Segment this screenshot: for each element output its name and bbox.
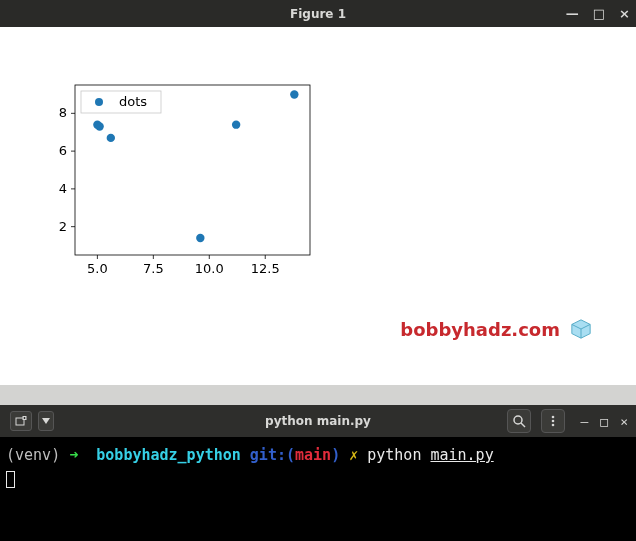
terminal-maximize-icon[interactable]: □	[600, 414, 608, 429]
menu-button[interactable]	[541, 409, 565, 433]
search-button[interactable]	[507, 409, 531, 433]
y-tick-label: 4	[59, 181, 67, 196]
x-tick-label: 12.5	[251, 261, 280, 276]
prompt-git-close: )	[331, 446, 340, 464]
y-ticks: 2468	[59, 105, 75, 233]
terminal-right-controls: — □ ×	[507, 405, 628, 437]
x-ticks: 5.07.510.012.5	[87, 255, 280, 276]
figure-titlebar: Figure 1 — □ ×	[0, 0, 636, 27]
svg-line-8	[521, 423, 525, 427]
x-tick-label: 7.5	[143, 261, 164, 276]
svg-point-10	[551, 420, 554, 423]
minimize-icon[interactable]: —	[566, 7, 579, 20]
scatter-plot: 5.07.510.012.5 2468 dots	[55, 80, 315, 275]
legend: dots	[81, 91, 161, 113]
brand-logo-icon	[570, 318, 592, 340]
figure-title: Figure 1	[0, 7, 636, 21]
legend-label: dots	[119, 94, 147, 109]
y-tick-label: 8	[59, 105, 67, 120]
data-point	[95, 122, 103, 130]
close-icon[interactable]: ×	[619, 7, 630, 20]
prompt-dirty-icon: ✗	[349, 446, 358, 464]
x-tick-label: 5.0	[87, 261, 108, 276]
x-tick-label: 10.0	[195, 261, 224, 276]
terminal-minimize-icon[interactable]: —	[581, 414, 589, 429]
brand: bobbyhadz.com	[400, 318, 592, 340]
y-tick-label: 2	[59, 219, 67, 234]
prompt-env: (venv)	[6, 446, 60, 464]
plot-svg: 5.07.510.012.5 2468 dots	[55, 80, 315, 275]
svg-point-9	[551, 416, 554, 419]
prompt-dir: bobbyhadz_python	[96, 446, 241, 464]
divider-strip	[0, 385, 636, 405]
data-point	[290, 90, 298, 98]
maximize-icon[interactable]: □	[593, 7, 605, 20]
svg-point-7	[514, 416, 522, 424]
svg-point-11	[551, 424, 554, 427]
window-controls: — □ ×	[566, 0, 630, 27]
data-point	[196, 234, 204, 242]
data-point	[107, 134, 115, 142]
legend-marker-icon	[95, 98, 103, 106]
terminal-close-icon[interactable]: ×	[620, 414, 628, 429]
prompt-branch: main	[295, 446, 331, 464]
y-tick-label: 6	[59, 143, 67, 158]
cmd-arg: main.py	[430, 446, 493, 464]
cmd-binary: python	[367, 446, 421, 464]
terminal-window-controls: — □ ×	[581, 414, 628, 429]
prompt-git-label: git:(	[250, 446, 295, 464]
terminal-body[interactable]: (venv) ➜ bobbyhadz_python git:(main) ✗ p…	[0, 437, 636, 497]
data-point	[232, 120, 240, 128]
cursor	[6, 471, 15, 488]
figure-window: Figure 1 — □ × 5.07.510.012.5 2468 dots …	[0, 0, 636, 385]
terminal-titlebar: python main.py — □ ×	[0, 405, 636, 437]
prompt-arrow: ➜	[69, 446, 78, 464]
terminal-window: python main.py — □ × (venv) ➜ bobbyhadz_…	[0, 405, 636, 541]
brand-text: bobbyhadz.com	[400, 319, 560, 340]
